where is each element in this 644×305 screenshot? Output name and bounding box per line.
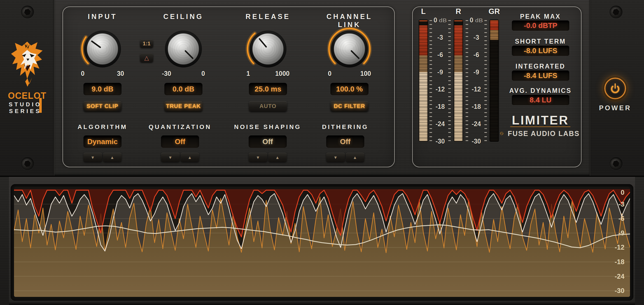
svg-text:-18: -18 <box>615 258 624 266</box>
release-min: 1 <box>246 70 250 76</box>
channel-link-range: 0 100 <box>328 70 371 76</box>
noise-shaping-next-button[interactable]: ▲ <box>268 152 287 162</box>
meter-scale-label: -30 <box>432 138 448 145</box>
logo-sub2: SERIES <box>0 108 50 114</box>
svg-text:-24: -24 <box>615 273 624 280</box>
channel-link-knob[interactable] <box>326 25 373 73</box>
ceiling-min: -30 <box>162 70 171 76</box>
meter-scale-label: -24 <box>432 120 448 128</box>
input-section: INPUT 0 30 9.0 dB SOFT CLIP <box>79 11 126 115</box>
channel-link-max: 100 <box>360 70 371 76</box>
release-range: 1 1000 <box>246 70 290 76</box>
noise-shaping-section: NOISE SHAPING Off ▼ ▲ <box>244 123 291 163</box>
faceplate: INPUT 0 30 9.0 dB SOFT CLIP CEILING <box>54 0 590 176</box>
quantization-prev-button[interactable]: ▼ <box>161 152 180 162</box>
input-min: 0 <box>81 70 85 76</box>
meter-scale-gr: 0 dB-3-6-9-12-18-24-30 <box>466 20 487 141</box>
input-value[interactable]: 9.0 dB <box>83 83 122 95</box>
svg-text:-3: -3 <box>619 200 624 208</box>
bottom-unit: 0-3-6-9-12-18-24-30 <box>0 177 644 305</box>
channel-link-value[interactable]: 100.0 % <box>330 83 368 95</box>
quantization-select[interactable]: Off <box>161 135 199 148</box>
algorithm-select[interactable]: Dynamic <box>83 135 122 148</box>
noise-shaping-prev-button[interactable]: ▼ <box>249 152 267 162</box>
peak-max-value: -0.0 dBTP <box>512 20 569 31</box>
ceiling-section: CEILING -30 0 0.0 dB TRUE PEAK <box>160 11 207 115</box>
short-term-label: SHORT TERM <box>505 38 575 45</box>
algorithm-next-button[interactable]: ▲ <box>103 152 122 162</box>
company-name: FUSE AUDIO LABS <box>508 129 580 138</box>
top-unit: OCELOT STUDIO SERIES INPUT 0 30 <box>0 0 644 176</box>
meter-scale-label: -6 <box>432 51 448 58</box>
quantization-label: QUANTIZATION <box>141 123 219 131</box>
true-peak-button[interactable]: TRUE PEAK <box>164 101 202 111</box>
release-label: RELEASE <box>233 13 303 21</box>
svg-text:-6: -6 <box>619 215 624 222</box>
dc-filter-button[interactable]: DC FILTER <box>330 101 368 111</box>
power-button[interactable] <box>603 76 627 100</box>
avg-dynamics-label: AVG. DYNAMICS <box>505 87 575 95</box>
svg-text:-30: -30 <box>615 287 624 294</box>
noise-shaping-label: NOISE SHAPING <box>228 123 307 131</box>
right-level-meter <box>454 20 463 142</box>
quantization-section: QUANTIZATION Off ▼ ▲ <box>156 123 204 163</box>
product-title: LIMITER <box>498 113 582 127</box>
dithering-label: DITHERING <box>306 123 384 131</box>
meter-scale-label: -9 <box>432 68 448 76</box>
panel-seam <box>53 0 55 176</box>
delta-button[interactable]: △ <box>140 53 153 62</box>
ocelot-logo-icon <box>8 39 46 89</box>
ceiling-label: CEILING <box>148 13 218 21</box>
meter-scale-lr: 0 dB-3-6-9-12-18-24-30 <box>430 20 451 141</box>
meter-scale-label: -18 <box>468 103 484 111</box>
peak-max-label: PEAK MAX <box>505 13 575 20</box>
algorithm-prev-button[interactable]: ▼ <box>83 152 102 162</box>
dithering-prev-button[interactable]: ▼ <box>326 152 345 162</box>
auto-release-button[interactable]: AUTO <box>249 101 287 111</box>
logo-sub1: STUDIO <box>0 101 50 108</box>
release-section: RELEASE 1 1000 25.0 ms AUTO <box>244 11 292 115</box>
meter-scale-label: -6 <box>468 51 484 58</box>
dithering-select[interactable]: Off <box>326 135 364 148</box>
ceiling-max: 0 <box>201 70 205 76</box>
noise-shaping-select[interactable]: Off <box>249 135 287 148</box>
fuse-audio-labs-icon <box>500 128 504 139</box>
input-knob[interactable] <box>79 25 126 73</box>
screw <box>21 157 34 170</box>
panel-seam <box>589 0 591 176</box>
ceiling-value[interactable]: 0.0 dB <box>164 83 202 95</box>
avg-dynamics-value: 8.4 LU <box>512 95 569 105</box>
channel-link-section: CHANNEL LINK 0 100 100.0 % DC FILTER <box>326 11 373 115</box>
ratio-1-1-button[interactable]: 1:1 <box>140 39 153 48</box>
soft-clip-button[interactable]: SOFT CLIP <box>83 101 122 111</box>
meter-scale-label: -24 <box>468 120 484 128</box>
ceiling-range: -30 0 <box>162 70 205 76</box>
meter-scale-label: -12 <box>432 86 448 93</box>
gr-meter-label: GR <box>486 7 503 16</box>
ceiling-knob[interactable] <box>160 25 207 73</box>
release-knob[interactable] <box>244 25 292 73</box>
svg-text:-9: -9 <box>619 229 624 237</box>
brand-divider <box>510 126 570 127</box>
meter-scale-label: -30 <box>468 138 484 145</box>
svg-text:-12: -12 <box>615 243 624 251</box>
screw <box>610 6 622 18</box>
logo-title: OCELOT <box>3 90 51 101</box>
algorithm-section: ALGORITHM Dynamic ▼ ▲ <box>79 123 126 163</box>
meter-scale-label: 0 dB <box>432 17 448 24</box>
channel-link-min: 0 <box>328 70 332 76</box>
power-icon <box>609 83 621 94</box>
meter-scale-label: -9 <box>468 68 484 76</box>
left-level-meter <box>419 20 428 142</box>
release-value[interactable]: 25.0 ms <box>249 83 287 95</box>
integrated-value: -8.4 LUFS <box>512 71 569 81</box>
quantization-next-button[interactable]: ▲ <box>181 152 199 162</box>
dithering-next-button[interactable]: ▲ <box>346 152 365 162</box>
left-rail <box>0 177 9 305</box>
meter-scale-label: -12 <box>468 86 484 93</box>
input-label: INPUT <box>67 13 137 21</box>
short-term-value: -8.0 LUFS <box>512 46 569 56</box>
left-meter-label: L <box>415 7 432 16</box>
waveform-display: 0-3-6-9-12-18-24-30 <box>14 187 630 297</box>
algorithm-label: ALGORITHM <box>63 123 142 131</box>
